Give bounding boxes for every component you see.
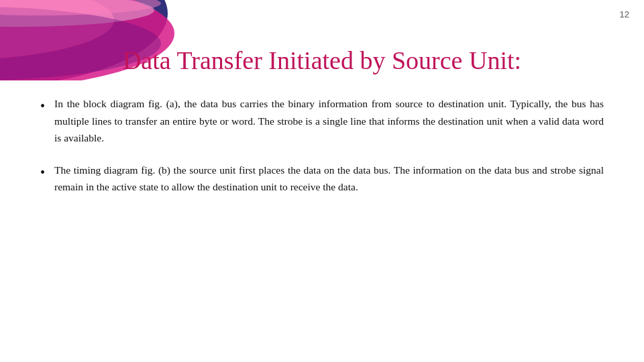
slide-title: Data Transfer Initiated by Source Unit:: [40, 46, 604, 75]
bullet-list: • In the block diagram fig. (a), the dat…: [40, 95, 604, 196]
bullet-dot-1: •: [40, 97, 45, 115]
bullet-text-1: In the block diagram fig. (a), the data …: [54, 95, 604, 147]
bullet-item-1: • In the block diagram fig. (a), the dat…: [40, 95, 604, 147]
page-number: 12: [620, 9, 629, 19]
bullet-text-2: The timing diagram fig. (b) the source u…: [54, 162, 604, 196]
bullet-dot-2: •: [40, 163, 45, 182]
slide-content: Data Transfer Initiated by Source Unit: …: [0, 0, 644, 362]
bullet-item-2: • The timing diagram fig. (b) the source…: [40, 162, 604, 196]
